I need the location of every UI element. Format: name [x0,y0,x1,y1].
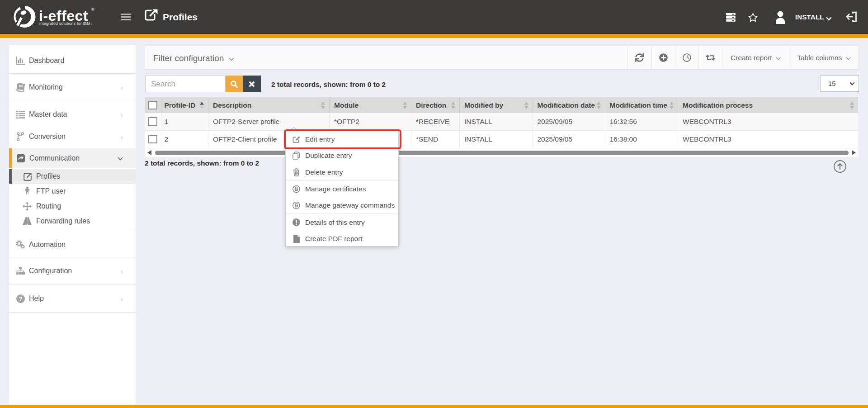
svg-text:?: ? [19,295,22,302]
svg-text:integrated solutions for IBM i: integrated solutions for IBM i [39,21,92,26]
svg-text:®: ® [91,7,94,12]
